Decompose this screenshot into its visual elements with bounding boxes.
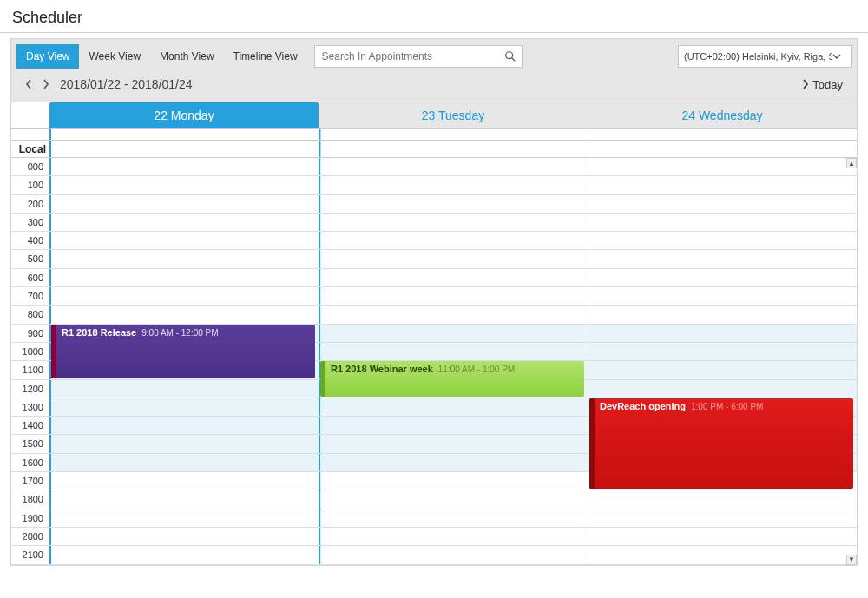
time-cell[interactable] <box>320 546 589 563</box>
time-cell[interactable] <box>589 380 857 398</box>
time-cell[interactable] <box>49 269 320 286</box>
page-title: Scheduler <box>0 0 868 32</box>
time-cell[interactable] <box>320 528 589 545</box>
time-cell[interactable] <box>320 509 589 527</box>
time-cell[interactable] <box>49 490 320 508</box>
time-label: 1000 <box>11 343 49 360</box>
time-cell[interactable] <box>49 417 320 434</box>
time-cell[interactable] <box>49 454 320 471</box>
time-cell[interactable] <box>49 528 320 545</box>
day-header-monday[interactable]: 22 Monday <box>49 102 319 128</box>
time-cell[interactable] <box>320 454 589 471</box>
time-label: 1700 <box>11 472 49 490</box>
time-grid: ▲ ▼ 000100200300400500600700800900100011… <box>11 158 857 565</box>
time-cell[interactable] <box>589 269 857 286</box>
appointment[interactable]: DevReach opening1:00 PM - 6:00 PM <box>589 398 853 490</box>
time-cell[interactable] <box>320 158 589 175</box>
time-cell[interactable] <box>49 214 320 231</box>
time-cell[interactable] <box>589 325 857 342</box>
appointment[interactable]: R1 2018 Release9:00 AM - 12:00 PM <box>51 325 315 378</box>
day-header-wednesday[interactable]: 24 Wednesday <box>588 102 857 128</box>
time-row: 700 <box>11 287 857 306</box>
time-cell[interactable] <box>589 509 857 527</box>
time-cell[interactable] <box>49 546 320 563</box>
day-header-tuesday[interactable]: 23 Tuesday <box>319 102 588 128</box>
time-label: 2000 <box>11 528 49 545</box>
time-cell[interactable] <box>49 306 320 323</box>
time-cell[interactable] <box>589 343 857 360</box>
timeline-view-button[interactable]: Timeline View <box>224 44 307 69</box>
time-label: 900 <box>11 325 49 342</box>
time-cell[interactable] <box>320 250 589 267</box>
time-cell[interactable] <box>320 232 589 249</box>
time-cell[interactable] <box>320 269 589 286</box>
time-cell[interactable] <box>320 490 589 508</box>
time-cell[interactable] <box>320 195 589 213</box>
time-cell[interactable] <box>49 472 320 490</box>
time-cell[interactable] <box>589 490 857 508</box>
toolbar: Day View Week View Month View Timeline V… <box>11 39 857 72</box>
time-cell[interactable] <box>589 528 857 545</box>
time-cell[interactable] <box>589 250 857 267</box>
allday-cell[interactable] <box>49 129 320 140</box>
time-cell[interactable] <box>49 398 320 416</box>
time-cell[interactable] <box>320 176 589 194</box>
time-cell[interactable] <box>320 325 589 342</box>
appointment-time: 9:00 AM - 12:00 PM <box>141 328 218 338</box>
time-cell[interactable] <box>320 398 589 416</box>
time-cell[interactable] <box>49 232 320 249</box>
time-label: 1400 <box>11 417 49 434</box>
time-label: 1100 <box>11 361 49 378</box>
time-label: 1200 <box>11 380 49 398</box>
day-view-button[interactable]: Day View <box>16 44 79 69</box>
time-cell[interactable] <box>589 158 857 175</box>
time-row: 200 <box>11 195 857 214</box>
time-cell[interactable] <box>320 417 589 434</box>
time-cell[interactable] <box>320 306 589 323</box>
time-cell[interactable] <box>589 546 857 563</box>
time-cell[interactable] <box>589 361 857 378</box>
time-cell[interactable] <box>49 250 320 267</box>
time-row: 500 <box>11 250 857 268</box>
time-cell[interactable] <box>49 287 320 305</box>
time-cell[interactable] <box>589 287 857 305</box>
time-cell[interactable] <box>49 380 320 398</box>
time-cell[interactable] <box>589 232 857 249</box>
time-cell[interactable] <box>49 195 320 213</box>
scroll-up-button[interactable]: ▲ <box>846 158 857 168</box>
search-input[interactable] <box>315 50 504 62</box>
time-cell[interactable] <box>320 435 589 452</box>
time-cell[interactable] <box>49 435 320 452</box>
time-cell[interactable] <box>589 306 857 323</box>
week-view-button[interactable]: Week View <box>79 44 150 69</box>
next-button[interactable] <box>37 76 55 93</box>
appointment-time: 1:00 PM - 6:00 PM <box>691 402 763 411</box>
time-cell[interactable] <box>589 176 857 194</box>
time-label: 2100 <box>11 546 49 563</box>
scroll-down-button[interactable]: ▼ <box>846 555 857 565</box>
month-view-button[interactable]: Month View <box>150 44 223 69</box>
time-cell[interactable] <box>320 287 589 305</box>
prev-button[interactable] <box>20 76 37 93</box>
time-cell[interactable] <box>589 214 857 231</box>
time-label: 500 <box>11 250 49 267</box>
today-button[interactable]: Today <box>802 78 848 91</box>
time-label: 1800 <box>11 490 49 508</box>
chevron-down-icon <box>832 54 851 59</box>
time-cell[interactable] <box>320 214 589 231</box>
time-cell[interactable] <box>49 176 320 194</box>
time-cell[interactable] <box>320 472 589 490</box>
time-cell[interactable] <box>320 343 589 360</box>
ruler-header-row: Local <box>11 141 857 158</box>
time-row: 1800 <box>11 490 857 509</box>
search-icon[interactable] <box>504 50 522 62</box>
allday-cell[interactable] <box>320 129 589 140</box>
appointment[interactable]: R1 2018 Webinar week11:00 AM - 1:00 PM <box>320 361 584 397</box>
time-label: 700 <box>11 287 49 305</box>
allday-cell[interactable] <box>589 129 857 140</box>
time-cell[interactable] <box>49 158 320 175</box>
time-cell[interactable] <box>49 509 320 527</box>
time-cell[interactable] <box>589 195 857 213</box>
time-label: 200 <box>11 195 49 213</box>
timezone-select[interactable]: (UTC+02:00) Helsinki, Kyiv, Riga, S <box>678 45 852 68</box>
